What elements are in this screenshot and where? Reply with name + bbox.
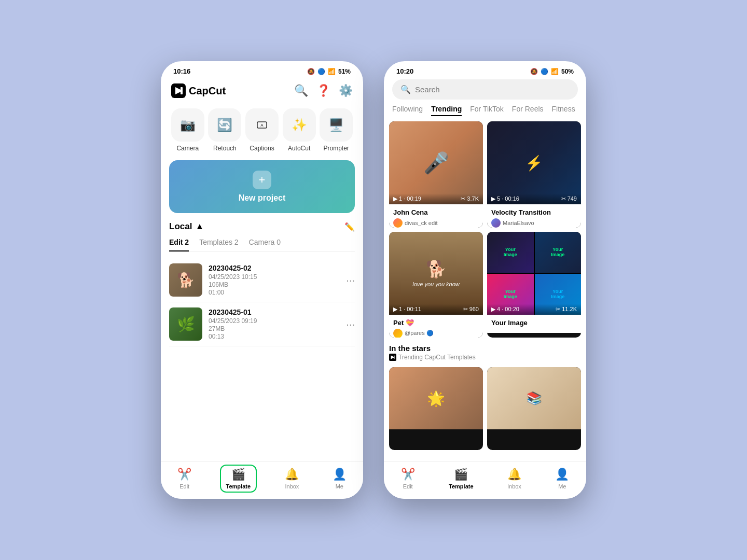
app-logo: CapCut bbox=[171, 83, 226, 98]
prompter-label: Prompter bbox=[323, 145, 349, 152]
retouch-label: Retouch bbox=[213, 145, 237, 152]
card-info-3: Pet 💝 @pares 🔵 bbox=[389, 315, 483, 338]
tab-for-reels[interactable]: For Reels bbox=[512, 105, 544, 116]
project-date-1: 04/25/2023 10:15 bbox=[209, 273, 340, 281]
project-more-2[interactable]: ··· bbox=[346, 318, 355, 330]
tab-templates[interactable]: Templates 2 bbox=[199, 238, 238, 251]
template-card-john-cena[interactable]: 🎤 ▶ 1 · 00:19 ✂ 3.7K John Cena divas_ck … bbox=[389, 121, 483, 228]
search-bar[interactable]: 🔍 bbox=[392, 79, 578, 100]
time-2: 10:20 bbox=[396, 67, 413, 75]
tab-fitness[interactable]: Fitness bbox=[552, 105, 575, 116]
autocut-btn[interactable]: ✨ bbox=[283, 108, 316, 142]
settings-icon-btn[interactable]: ⚙️ bbox=[339, 84, 353, 97]
prompter-btn[interactable]: 🖥️ bbox=[320, 108, 353, 142]
filter-tabs: Following Trending For TikTok For Reels … bbox=[384, 105, 586, 121]
camera-label: Camera bbox=[176, 145, 199, 152]
edit-nav-label-2: Edit bbox=[403, 483, 413, 489]
thumb-john-cena: 🎤 ▶ 1 · 00:19 ✂ 3.7K bbox=[389, 121, 483, 204]
thumb-stars: 🌟 bbox=[389, 367, 483, 450]
nav-edit-2[interactable]: ✂️ Edit bbox=[396, 466, 420, 492]
card-title-3: Pet 💝 bbox=[393, 319, 479, 327]
phone-2: 10:20 🔕 🔵 📶 50% 🔍 Following Trending For… bbox=[384, 61, 586, 499]
card-title-1: John Cena bbox=[393, 208, 479, 216]
inbox-nav-label: Inbox bbox=[285, 483, 299, 489]
help-icon-btn[interactable]: ❓ bbox=[316, 84, 330, 97]
tab-trending[interactable]: Trending bbox=[431, 105, 462, 116]
search-input[interactable] bbox=[415, 85, 570, 94]
template-card-pet[interactable]: 🐕 love you you know ▶ 1 · 00:11 ✂ 960 Pe… bbox=[389, 232, 483, 338]
card-overlay-1: ▶ 1 · 00:19 ✂ 3.7K bbox=[389, 193, 483, 204]
edit-nav-label: Edit bbox=[179, 483, 189, 489]
edit-nav-icon-2: ✂️ bbox=[401, 468, 415, 481]
svg-text:A: A bbox=[260, 123, 264, 128]
template-card-collage[interactable]: YourImage YourImage YourImage YourImage … bbox=[487, 232, 581, 338]
project-item-1[interactable]: 🐕 20230425-02 04/25/2023 10:15 106MB 01:… bbox=[169, 258, 355, 302]
action-retouch[interactable]: 🔄 Retouch bbox=[208, 108, 241, 152]
thumb-collage: YourImage YourImage YourImage YourImage … bbox=[487, 232, 581, 315]
action-camera[interactable]: 📷 Camera bbox=[171, 108, 204, 152]
nav-me-2[interactable]: 👤 Me bbox=[550, 466, 574, 492]
card-title-2: Velocity Transition bbox=[491, 208, 577, 216]
template-card-stars-2[interactable]: 📚 bbox=[487, 367, 581, 450]
template-card-velocity[interactable]: ⚡ ▶ 5 · 00:16 ✂ 749 Velocity Transition … bbox=[487, 121, 581, 228]
captions-icon: A bbox=[256, 119, 268, 131]
collage-cell-2: YourImage bbox=[535, 232, 582, 273]
card-overlay-3: ▶ 1 · 00:11 ✂ 960 bbox=[389, 304, 483, 315]
nav-template-1[interactable]: 🎬 Template bbox=[220, 465, 257, 493]
search-icon-btn[interactable]: 🔍 bbox=[294, 84, 308, 97]
project-thumb-2: 🌿 bbox=[169, 307, 202, 341]
tab-for-tiktok[interactable]: For TikTok bbox=[470, 105, 504, 116]
status-icons-1: 🔕 🔵 📶 51% bbox=[307, 68, 351, 75]
section-in-the-stars: In the stars Trending CapCut Templates bbox=[389, 342, 581, 363]
project-more-1[interactable]: ··· bbox=[346, 274, 355, 286]
captions-label: Captions bbox=[250, 145, 274, 152]
card-info-2: Velocity Transition MariaElsavo bbox=[487, 204, 581, 228]
phone-1: 10:16 🔕 🔵 📶 51% CapCut 🔍 ❓ ⚙️ bbox=[161, 61, 363, 499]
capcut-small-icon bbox=[389, 354, 396, 361]
template-nav-label-2: Template bbox=[449, 483, 473, 489]
nav-me-1[interactable]: 👤 Me bbox=[327, 466, 352, 492]
project-duration-2: 00:13 bbox=[209, 333, 340, 340]
captions-btn[interactable]: A bbox=[245, 108, 279, 142]
template-grid: 🎤 ▶ 1 · 00:19 ✂ 3.7K John Cena divas_ck … bbox=[384, 121, 586, 450]
time-1: 10:16 bbox=[173, 67, 190, 75]
project-item-2[interactable]: 🌿 20230425-01 04/25/2023 09:19 27MB 00:1… bbox=[169, 302, 355, 346]
camera-btn[interactable]: 📷 bbox=[171, 108, 204, 142]
local-section: Local ▲ ✏️ Edit 2 Templates 2 Camera 0 🐕… bbox=[161, 221, 363, 346]
section-subtitle: Trending CapCut Templates bbox=[389, 354, 581, 361]
svg-rect-2 bbox=[181, 87, 183, 94]
sort-icon[interactable]: ▲ bbox=[195, 221, 204, 232]
project-size-2: 27MB bbox=[209, 325, 340, 332]
nav-edit-1[interactable]: ✂️ Edit bbox=[172, 466, 197, 492]
tab-camera[interactable]: Camera 0 bbox=[249, 238, 281, 251]
card-info-4: Your Image bbox=[487, 315, 581, 333]
edit-pencil-icon[interactable]: ✏️ bbox=[344, 222, 355, 232]
template-nav-label: Template bbox=[226, 483, 251, 489]
template-card-stars[interactable]: 🌟 bbox=[389, 367, 483, 450]
template-nav-icon-2: 🎬 bbox=[454, 468, 468, 481]
tab-edit[interactable]: Edit 2 bbox=[169, 238, 189, 251]
action-autocut[interactable]: ✨ AutoCut bbox=[283, 108, 316, 152]
action-prompter[interactable]: 🖥️ Prompter bbox=[320, 108, 353, 152]
project-info-1: 20230425-02 04/25/2023 10:15 106MB 01:00 bbox=[209, 264, 340, 296]
status-bar-2: 10:20 🔕 🔵 📶 50% bbox=[384, 61, 586, 79]
section-title: In the stars bbox=[389, 344, 581, 353]
nav-inbox-1[interactable]: 🔔 Inbox bbox=[280, 466, 304, 492]
autocut-label: AutoCut bbox=[288, 145, 310, 152]
retouch-btn[interactable]: 🔄 bbox=[208, 108, 241, 142]
action-captions[interactable]: A Captions bbox=[245, 108, 279, 152]
new-project-button[interactable]: + New project bbox=[169, 160, 355, 213]
local-tabs: Edit 2 Templates 2 Camera 0 bbox=[169, 238, 355, 252]
project-thumb-1: 🐕 bbox=[169, 263, 202, 297]
nav-template-2[interactable]: 🎬 Template bbox=[444, 466, 478, 492]
project-size-1: 106MB bbox=[209, 281, 340, 288]
card-author-2: MariaElsavo bbox=[491, 218, 577, 228]
tab-following[interactable]: Following bbox=[392, 105, 423, 116]
quick-actions: 📷 Camera 🔄 Retouch A Captions ✨ AutoCut bbox=[161, 104, 363, 160]
thumb-velocity: ⚡ ▶ 5 · 00:16 ✂ 749 bbox=[487, 121, 581, 204]
project-date-2: 04/25/2023 09:19 bbox=[209, 317, 340, 325]
card-overlay-2: ▶ 5 · 00:16 ✂ 749 bbox=[487, 193, 581, 204]
nav-inbox-2[interactable]: 🔔 Inbox bbox=[502, 466, 527, 492]
card-title-4: Your Image bbox=[491, 319, 577, 327]
avatar-1 bbox=[393, 218, 403, 228]
